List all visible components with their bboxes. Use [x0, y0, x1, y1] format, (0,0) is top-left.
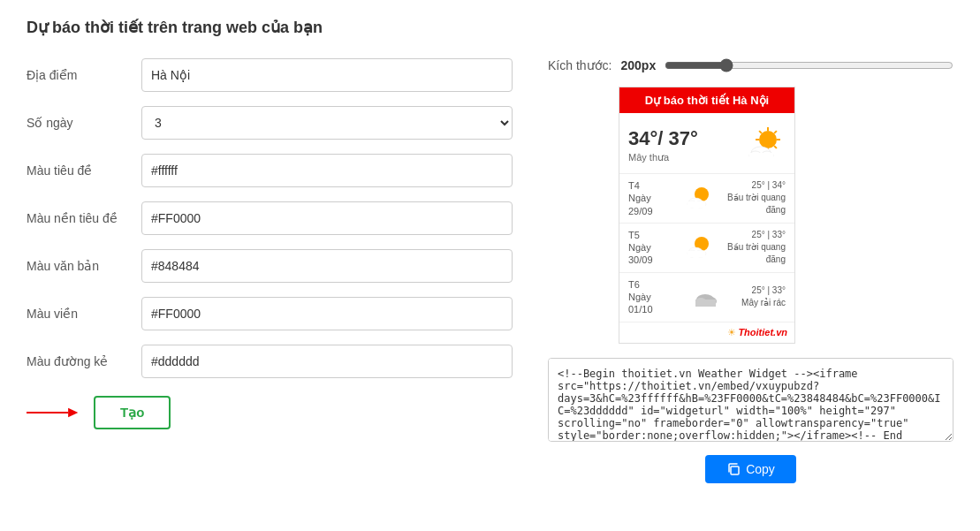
main-temperature: 34°/ 37°: [628, 127, 698, 150]
mau-nen-tieu-de-label: Màu nền tiêu đề: [27, 211, 141, 225]
so-ngay-row: Số ngày 1 2 3 4 5 6 7: [27, 106, 513, 140]
copy-row: Copy: [548, 455, 953, 483]
widget-temp-info: 34°/ 37° Mây thưa: [628, 127, 698, 163]
forecast-weekday-1: T5: [628, 229, 668, 241]
mau-tieu-de-input[interactable]: [141, 154, 513, 187]
svg-rect-18: [688, 201, 705, 208]
dia-diem-input[interactable]: [141, 58, 513, 92]
mau-van-ban-row: Màu văn bản: [27, 249, 513, 283]
mau-duong-ke-input[interactable]: [141, 345, 513, 378]
submit-row: Tạo: [27, 396, 513, 429]
forecast-icon-2: [692, 284, 718, 310]
mau-van-ban-input[interactable]: [141, 249, 513, 283]
forecast-icon-0: [685, 185, 711, 211]
mau-vien-row: Màu viền: [27, 297, 513, 330]
code-area-wrap: [548, 358, 953, 444]
svg-rect-27: [695, 300, 716, 307]
size-label: Kích thước:: [548, 58, 612, 72]
copy-button-label: Copy: [746, 462, 775, 476]
svg-line-7: [759, 131, 762, 133]
right-section: Kích thước: 200px Dự báo thời tiết Hà Nộ…: [548, 58, 953, 483]
mau-nen-tieu-de-row: Màu nền tiêu đề: [27, 201, 513, 235]
size-value: 200px: [620, 58, 656, 72]
size-control: Kích thước: 200px: [548, 58, 953, 72]
copy-icon: [726, 462, 741, 476]
copy-button[interactable]: Copy: [705, 455, 796, 483]
forecast-datelabel-2: Ngày: [628, 291, 668, 303]
mau-vien-label: Màu viền: [27, 307, 141, 321]
widget-footer-logo: Thoitiet.vn: [738, 327, 787, 338]
mau-duong-ke-label: Màu đường kẻ: [27, 354, 141, 368]
page-title: Dự báo thời tiết trên trang web của bạn: [27, 18, 953, 37]
mau-nen-tieu-de-input[interactable]: [141, 201, 513, 235]
svg-line-8: [774, 146, 777, 148]
svg-rect-28: [731, 467, 739, 474]
forecast-datelabel-0: Ngày: [628, 192, 668, 204]
form-section: Địa điểm Số ngày 1 2 3 4 5 6 7 Màu tiêu …: [27, 58, 513, 429]
dia-diem-row: Địa điểm: [27, 58, 513, 92]
mau-tieu-de-label: Màu tiêu đề: [27, 163, 141, 178]
forecast-row-1: T5 Ngày 30/09 25° | 33°Bầu trời quangđãn…: [619, 223, 794, 272]
forecast-icon-1: [685, 234, 711, 261]
widget-preview: Dự báo thời tiết Hà Nội 34°/ 37° Mây thư…: [619, 87, 795, 344]
dia-diem-label: Địa điểm: [27, 68, 141, 82]
forecast-date-0: 29/09: [628, 205, 668, 217]
forecast-day-0: T4 Ngày 29/09: [628, 179, 668, 217]
forecast-row-0: T4 Ngày 29/09 25° | 34°Bầu trời quangđãn…: [619, 173, 794, 223]
widget-footer: ☀ Thoitiet.vn: [619, 322, 794, 343]
mau-vien-input[interactable]: [141, 297, 513, 330]
forecast-weekday-0: T4: [628, 179, 668, 192]
code-output-textarea[interactable]: [548, 358, 953, 442]
forecast-day-2: T6 Ngày 01/10: [628, 278, 668, 316]
mau-van-ban-label: Màu văn bản: [27, 259, 141, 273]
widget-main-temp: 34°/ 37° Mây thưa: [619, 113, 794, 173]
size-slider[interactable]: [665, 58, 953, 72]
forecast-desc-0: 25° | 34°Bầu trời quangđãng: [727, 179, 786, 216]
forecast-row-2: T6 Ngày 01/10 25° | 33°Mây rải rác: [619, 272, 794, 322]
so-ngay-select[interactable]: 1 2 3 4 5 6 7: [141, 106, 513, 140]
forecast-datelabel-1: Ngày: [628, 241, 668, 254]
forecast-date-2: 01/10: [628, 303, 668, 315]
forecast-day-1: T5 Ngày 30/09: [628, 229, 668, 267]
main-weather-icon: [743, 124, 786, 166]
forecast-weekday-2: T6: [628, 278, 668, 291]
svg-rect-23: [688, 251, 705, 257]
mau-tieu-de-row: Màu tiêu đề: [27, 154, 513, 187]
svg-rect-13: [749, 153, 773, 161]
svg-point-2: [759, 131, 777, 148]
tao-button[interactable]: Tạo: [94, 396, 171, 429]
svg-marker-1: [68, 408, 78, 417]
forecast-desc-2: 25° | 33°Mây rải rác: [741, 284, 786, 309]
forecast-date-1: 30/09: [628, 254, 668, 266]
mau-duong-ke-row: Màu đường kẻ: [27, 345, 513, 378]
widget-forecast: T4 Ngày 29/09 25° | 34°Bầu trời quangđãn…: [619, 173, 794, 322]
arrow-icon: [27, 402, 80, 423]
main-description: Mây thưa: [628, 152, 698, 163]
forecast-desc-1: 25° | 33°Bầu trời quangđãng: [727, 229, 786, 266]
svg-line-9: [774, 131, 777, 133]
widget-header: Dự báo thời tiết Hà Nội: [619, 87, 794, 113]
so-ngay-label: Số ngày: [27, 116, 141, 130]
